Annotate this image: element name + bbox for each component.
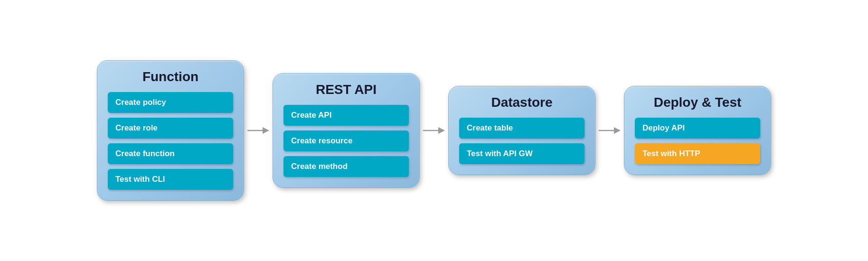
arrow-1-icon (246, 121, 270, 140)
create-method-button[interactable]: Create method (283, 156, 409, 177)
arrow-2 (420, 121, 448, 140)
svg-marker-5 (614, 127, 621, 134)
rest-api-panel: REST API Create API Create resource Crea… (273, 73, 420, 188)
datastore-items: Create table Test with API GW (459, 118, 585, 164)
test-with-cli-button[interactable]: Test with CLI (108, 169, 233, 190)
arrow-3-icon (598, 121, 622, 140)
create-function-button[interactable]: Create function (108, 143, 233, 164)
create-role-button[interactable]: Create role (108, 118, 233, 139)
diagram: Function Create policy Create role Creat… (97, 60, 771, 201)
create-table-button[interactable]: Create table (459, 118, 585, 139)
svg-marker-1 (263, 127, 269, 134)
arrow-2-icon (422, 121, 446, 140)
svg-marker-3 (438, 127, 445, 134)
deploy-test-panel-title: Deploy & Test (635, 95, 760, 110)
datastore-panel-title: Datastore (459, 95, 585, 110)
arrow-1 (244, 121, 273, 140)
function-panel: Function Create policy Create role Creat… (97, 60, 244, 201)
deploy-api-button[interactable]: Deploy API (635, 118, 760, 139)
function-panel-title: Function (108, 69, 233, 84)
deploy-test-panel: Deploy & Test Deploy API Test with HTTP (624, 86, 771, 175)
arrow-3 (595, 121, 624, 140)
create-policy-button[interactable]: Create policy (108, 92, 233, 113)
create-api-button[interactable]: Create API (283, 105, 409, 126)
rest-api-panel-title: REST API (283, 82, 409, 97)
test-with-api-gw-button[interactable]: Test with API GW (459, 143, 585, 164)
test-with-http-button[interactable]: Test with HTTP (635, 143, 760, 164)
create-resource-button[interactable]: Create resource (283, 130, 409, 151)
function-items: Create policy Create role Create functio… (108, 92, 233, 190)
deploy-test-items: Deploy API Test with HTTP (635, 118, 760, 164)
rest-api-items: Create API Create resource Create method (283, 105, 409, 177)
datastore-panel: Datastore Create table Test with API GW (448, 86, 595, 175)
